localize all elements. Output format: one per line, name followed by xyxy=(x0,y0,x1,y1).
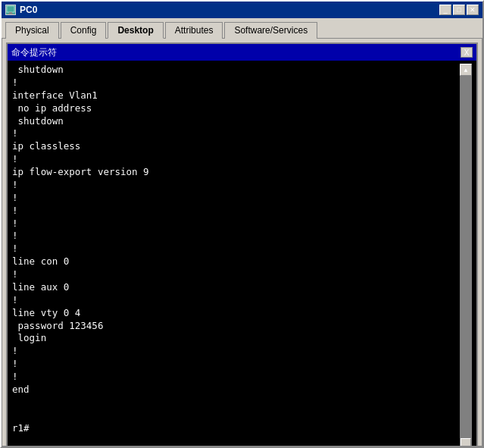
tab-physical[interactable]: Physical xyxy=(5,22,59,39)
tab-software-services[interactable]: Software/Services xyxy=(224,22,317,39)
close-button[interactable]: ✕ xyxy=(467,5,479,15)
scrollbar-thumb[interactable] xyxy=(461,438,471,446)
maximize-button[interactable]: □ xyxy=(453,5,465,15)
cmd-close-button[interactable]: X xyxy=(461,47,473,58)
cmd-output: shutdown ! interface Vlan1 no ip address… xyxy=(12,64,460,446)
cmd-dialog: 命令提示符 X shutdown ! interface Vlan1 no ip… xyxy=(6,42,478,446)
title-bar-left: PC0 xyxy=(5,5,37,15)
scrollbar-track[interactable] xyxy=(460,76,472,446)
tab-desktop[interactable]: Desktop xyxy=(108,22,163,39)
window-icon xyxy=(5,5,16,15)
cmd-title-bar: 命令提示符 X xyxy=(8,44,476,61)
scroll-up-button[interactable]: ▲ xyxy=(460,64,472,76)
tab-content: 命令提示符 X shutdown ! interface Vlan1 no ip… xyxy=(2,38,482,446)
title-bar: PC0 _ □ ✕ xyxy=(2,2,482,18)
window-title: PC0 xyxy=(20,5,37,15)
tab-attributes[interactable]: Attributes xyxy=(165,22,223,39)
cmd-body[interactable]: shutdown ! interface Vlan1 no ip address… xyxy=(8,61,476,446)
tab-bar: Physical Config Desktop Attributes Softw… xyxy=(2,18,482,38)
svg-rect-1 xyxy=(9,12,12,14)
tab-config[interactable]: Config xyxy=(61,22,107,39)
svg-rect-0 xyxy=(7,6,14,12)
cmd-title-text: 命令提示符 xyxy=(11,46,57,59)
cmd-scrollbar: ▲ ▼ xyxy=(460,64,472,446)
svg-rect-2 xyxy=(8,14,14,14)
minimize-button[interactable]: _ xyxy=(439,5,451,15)
main-window: PC0 _ □ ✕ Physical Config Desktop Attrib… xyxy=(0,0,484,448)
title-buttons: _ □ ✕ xyxy=(439,5,479,15)
